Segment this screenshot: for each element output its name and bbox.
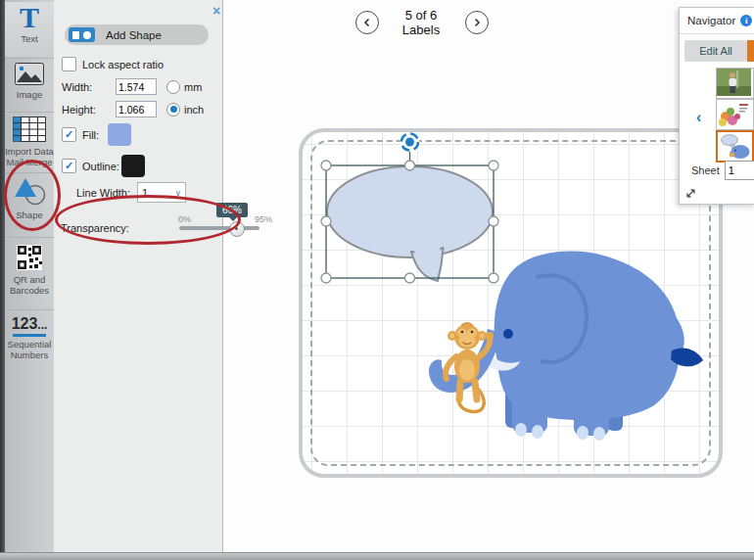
divider	[5, 172, 54, 173]
add-shape-label: Add Shape	[106, 29, 162, 41]
outline-checkbox[interactable]	[62, 159, 76, 173]
info-icon[interactable]: i	[740, 15, 752, 26]
line-width-row: Line Width: 1 ∨	[76, 182, 186, 203]
unit-mm-radio[interactable]	[166, 80, 180, 94]
sidebar-item-import-data[interactable]: Import Data Mail Merge	[5, 115, 54, 167]
import-data-label-line2: Mail Merge	[5, 157, 54, 167]
lock-aspect-checkbox[interactable]	[62, 57, 76, 71]
divider	[5, 58, 54, 59]
thumbnail-label-elephant-selected[interactable]	[716, 130, 754, 163]
qr-label-line2: Barcodes	[5, 285, 54, 296]
sheet-selector: Sheet	[691, 161, 754, 180]
navigator-header: Navigator i	[680, 8, 754, 34]
unit-inch-radio[interactable]	[166, 103, 180, 117]
line-width-value: 1	[142, 187, 148, 199]
chevron-down-icon: ∨	[174, 188, 181, 198]
image-tool-label: Image	[5, 89, 54, 100]
width-row: Width: mm	[62, 78, 202, 95]
transparency-min-label: 0%	[178, 214, 191, 224]
next-label-button[interactable]	[465, 11, 489, 34]
label-position-text: 5 of 6 Labels	[382, 8, 460, 37]
transparency-value-tooltip: 66%	[216, 203, 248, 217]
outline-label: Outline:	[82, 161, 121, 172]
edit-one-button-partial[interactable]	[747, 40, 754, 62]
shape-tool-icon	[13, 176, 46, 206]
import-data-tool-icon	[13, 117, 46, 142]
photo-thumbnail-image	[717, 69, 751, 96]
fill-label: Fill:	[82, 129, 104, 141]
navigator-title: Navigator	[687, 15, 735, 26]
import-data-label-line1: Import Data	[5, 146, 54, 157]
diagonal-resize-icon	[684, 187, 697, 200]
sheet-label: Sheet	[691, 164, 720, 176]
add-shape-button[interactable]: Add Shape	[65, 24, 209, 45]
clipart-thumbnail-image	[717, 100, 751, 127]
tool-sidebar: T Text Image Import Data Mail Merge	[0, 0, 55, 560]
transparency-max-label: 95%	[255, 214, 272, 224]
window-bottom-edge	[0, 552, 754, 560]
height-label: Height:	[62, 104, 103, 116]
text-tool-icon: T	[5, 2, 54, 33]
sequential-label-line2: Numbers	[5, 350, 54, 360]
unit-mm-label: mm	[184, 81, 202, 93]
design-app-window: 5 of 6 Labels Navigator i Edit All ‹	[0, 0, 754, 560]
height-input[interactable]	[116, 101, 157, 117]
unit-inch-label: inch	[184, 104, 204, 116]
edit-all-button[interactable]: Edit All	[684, 40, 747, 62]
text-tool-label: Text	[5, 33, 54, 44]
qr-code-icon	[17, 245, 42, 270]
sequential-numbers-icon: 123...	[5, 315, 54, 333]
height-row: Height: inch	[62, 101, 204, 117]
sheet-number-input[interactable]	[725, 161, 754, 180]
qr-label-line1: QR and	[5, 274, 54, 285]
thumbnail-label-photo[interactable]	[716, 68, 754, 99]
label-thumbnail-list	[716, 68, 754, 163]
outline-row: Outline:	[62, 155, 145, 177]
sidebar-item-image[interactable]: Image	[5, 61, 54, 100]
label-position-caption: Labels	[382, 23, 460, 37]
lock-aspect-label: Lock aspect ratio	[82, 59, 164, 70]
navigator-panel: Navigator i Edit All ‹	[679, 7, 754, 205]
label-canvas[interactable]	[299, 128, 723, 478]
thumbnail-label-clipart[interactable]	[716, 99, 754, 130]
sidebar-item-shape[interactable]: Shape	[5, 175, 54, 220]
transparency-label: Transparency:	[61, 222, 129, 234]
sidebar-item-sequential-numbers[interactable]: 123... Sequential Numbers	[5, 315, 54, 360]
previous-label-button[interactable]	[355, 11, 379, 34]
sidebar-item-text[interactable]: T Text	[5, 2, 54, 57]
sidebar-item-qr-barcodes[interactable]: QR and Barcodes	[5, 243, 54, 296]
width-input[interactable]	[116, 78, 157, 95]
shape-tool-label: Shape	[5, 210, 54, 220]
panel-resize-handle[interactable]	[684, 187, 697, 202]
transparency-slider-track[interactable]	[179, 226, 259, 230]
line-width-dropdown[interactable]: 1 ∨	[137, 182, 186, 203]
label-position-count: 5 of 6	[382, 8, 460, 23]
label-safe-area-dashed-border	[310, 140, 711, 466]
sequential-label-line1: Sequential	[5, 339, 54, 350]
fill-checkbox[interactable]	[62, 127, 76, 142]
fill-color-swatch[interactable]	[108, 123, 131, 146]
chevron-right-icon	[472, 18, 482, 27]
label-pagination: 5 of 6 Labels	[343, 8, 499, 43]
shape-properties-panel: × Add Shape Lock aspect ratio Width: mm …	[54, 0, 223, 560]
line-width-label: Line Width:	[76, 187, 130, 199]
chevron-left-icon	[362, 18, 372, 27]
sequential-numbers-underline	[13, 334, 46, 337]
divider	[5, 309, 54, 310]
elephant-thumbnail-image	[718, 132, 752, 159]
divider	[5, 112, 54, 113]
outline-color-swatch[interactable]	[121, 155, 145, 177]
collapse-chevron-icon[interactable]: ‹	[696, 109, 701, 126]
shapes-icon	[69, 27, 95, 42]
divider	[5, 237, 54, 238]
fill-row: Fill:	[62, 123, 131, 146]
close-panel-icon[interactable]: ×	[212, 3, 220, 19]
image-tool-icon	[15, 63, 44, 85]
lock-aspect-row: Lock aspect ratio	[62, 57, 164, 71]
transparency-slider-thumb[interactable]	[229, 221, 245, 237]
width-label: Width:	[62, 81, 103, 93]
